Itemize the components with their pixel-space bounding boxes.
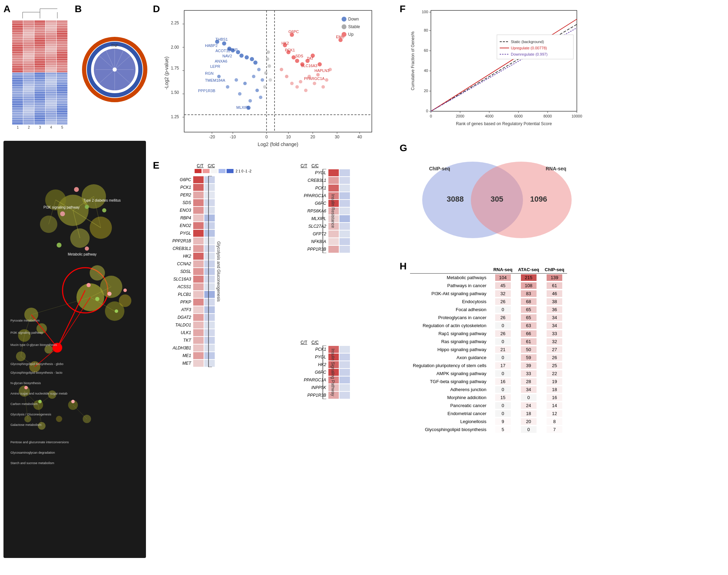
svg-point-170 — [299, 80, 302, 83]
panel-a: A 1 2 3 4 5 — [3, 3, 73, 136]
svg-text:TAT: TAT — [307, 56, 313, 60]
svg-text:6000: 6000 — [514, 114, 523, 118]
svg-point-160 — [295, 59, 299, 63]
table-row: Focal adhesion06536 — [410, 306, 567, 314]
svg-text:Pentose and glucuronate interc: Pentose and glucuronate interconversions — [10, 440, 69, 444]
svg-point-200 — [342, 24, 346, 29]
panel-c: C — [3, 139, 153, 570]
svg-text:Insulin Resistance: Insulin Resistance — [330, 194, 335, 228]
volcano-plot: -Log2 (p-value) 1.25 1.50 1.75 2.00 2.25… — [163, 7, 400, 153]
svg-text:Galactose metabolism: Galactose metabolism — [10, 423, 41, 427]
svg-text:Downregulate (0.997): Downregulate (0.997) — [511, 52, 548, 56]
svg-point-135 — [245, 55, 249, 59]
svg-text:40: 40 — [424, 68, 428, 73]
svg-text:PFKP: PFKP — [228, 48, 238, 52]
svg-point-80 — [71, 400, 75, 403]
svg-text:Glycolysis and Gluconeogenesis: Glycolysis and Gluconeogenesis — [216, 241, 221, 301]
svg-point-28 — [60, 211, 65, 216]
svg-text:HK2: HK2 — [281, 41, 289, 45]
table-row: Morphine addicition15016 — [410, 394, 567, 402]
svg-rect-216 — [431, 10, 577, 111]
svg-line-67 — [57, 290, 85, 348]
svg-text:G6PC: G6PC — [288, 30, 299, 34]
svg-point-173 — [313, 82, 316, 85]
table-row: Hippo signaling pathway215027 — [410, 346, 567, 354]
panel-g: G ChIP-seq RNA-seq 3088 305 1096 — [400, 143, 584, 257]
svg-text:10000: 10000 — [572, 114, 582, 118]
svg-text:60: 60 — [424, 48, 428, 52]
svg-point-155 — [267, 50, 270, 54]
svg-text:MLXIPL: MLXIPL — [236, 105, 250, 110]
svg-text:ANXA6: ANXA6 — [215, 59, 227, 63]
svg-text:Glycolysis / Gluconeogenesis: Glycolysis / Gluconeogenesis — [10, 413, 51, 416]
svg-point-52 — [119, 294, 131, 307]
svg-text:PCK1: PCK1 — [285, 48, 295, 52]
svg-text:Glycosaminoglycan degradation: Glycosaminoglycan degradation — [10, 451, 55, 454]
svg-point-254 — [471, 162, 572, 238]
svg-text:PI3K signaling pathway: PI3K signaling pathway — [10, 331, 43, 334]
svg-text:2.25: 2.25 — [171, 21, 179, 25]
table-row: Legionellosis9208 — [410, 418, 567, 426]
svg-text:4000: 4000 — [485, 114, 493, 118]
svg-point-169 — [295, 85, 299, 89]
svg-text:Down: Down — [348, 17, 359, 22]
svg-text:20: 20 — [310, 135, 315, 139]
svg-text:20: 20 — [424, 89, 428, 93]
svg-text:40: 40 — [357, 135, 362, 139]
svg-point-130 — [222, 41, 226, 46]
table-row: PI3K-Akt signaling pathway328346 — [410, 290, 567, 298]
svg-point-136 — [250, 57, 254, 61]
svg-text:Amino sugar and nucleotide sug: Amino sugar and nucleotide sugar metab — [10, 392, 67, 395]
panel-e-label: E — [153, 160, 159, 171]
heatmap-e-right: C/T C/C PYGLCREB3L1PCK1PPARGC1AG6PCRPS6K… — [297, 163, 350, 399]
svg-text:0: 0 — [426, 109, 428, 113]
svg-text:SLC16A3: SLC16A3 — [301, 64, 317, 68]
svg-text:-Log2 (p-value): -Log2 (p-value) — [164, 57, 169, 90]
svg-point-152 — [264, 71, 268, 75]
svg-text:Upregulate (0.00778): Upregulate (0.00778) — [511, 46, 547, 50]
panel-h-label: H — [400, 261, 407, 272]
table-row: Regulation of actin cytoskeleton06334 — [410, 322, 567, 330]
svg-text:Pyruvate metabolism: Pyruvate metabolism — [10, 319, 40, 322]
svg-text:NAV2: NAV2 — [222, 54, 232, 58]
svg-point-145 — [255, 89, 259, 92]
svg-text:LEPR: LEPR — [210, 64, 220, 68]
svg-point-139 — [217, 75, 221, 78]
venn-diagram: ChIP-seq RNA-seq 3088 305 1096 — [410, 149, 584, 250]
svg-point-144 — [248, 99, 252, 103]
svg-text:THBS1: THBS1 — [215, 37, 228, 41]
svg-text:SDS: SDS — [295, 54, 303, 58]
svg-text:Rank of genes based on Regulat: Rank of genes based on Regulatory Potent… — [456, 121, 552, 126]
svg-line-85 — [73, 405, 87, 419]
svg-point-174 — [316, 73, 320, 76]
panel-f-label: F — [400, 3, 406, 15]
svg-text:-20: -20 — [209, 135, 215, 139]
svg-text:100: 100 — [422, 10, 428, 14]
panel-g-label: G — [400, 143, 407, 154]
svg-point-164 — [318, 62, 322, 66]
panel-e: E C/T C/C 2 1 0 -1 -2 G6PCPCK1PER2SDSENO… — [153, 160, 396, 570]
col-header-chip: ChIP-seq — [542, 266, 567, 274]
svg-point-55 — [107, 292, 112, 296]
svg-point-166 — [280, 68, 283, 71]
svg-point-137 — [253, 60, 257, 65]
svg-text:3088: 3088 — [447, 195, 464, 203]
table-row: Pancreatic cancer02414 — [410, 402, 567, 410]
svg-point-147 — [257, 68, 261, 71]
svg-point-134 — [239, 54, 244, 58]
circular-chart-b: TNF — [82, 14, 148, 127]
table-row: Proteoglycans in cancer266534 — [410, 314, 567, 322]
svg-point-146 — [252, 75, 255, 78]
table-row: Pathways in cancer4510861 — [410, 282, 567, 290]
svg-point-149 — [259, 96, 262, 99]
svg-point-57 — [123, 289, 127, 292]
svg-point-56 — [115, 309, 118, 313]
table-row: Rap1 signaling pathway266633 — [410, 330, 567, 338]
svg-text:PPARGC1A: PPARGC1A — [304, 76, 325, 81]
svg-text:1.75: 1.75 — [171, 66, 179, 71]
table-row: Glycosphingolipid biosynthesis507 — [410, 426, 567, 434]
svg-text:PI3K signaling pathway: PI3K signaling pathway — [43, 205, 80, 209]
svg-text:Starch and sucrose metabolism: Starch and sucrose metabolism — [10, 461, 54, 465]
panel-d: D -Log2 (p-value) 1.25 1.50 1.75 2.00 2.… — [153, 3, 396, 156]
svg-point-143 — [243, 82, 247, 85]
